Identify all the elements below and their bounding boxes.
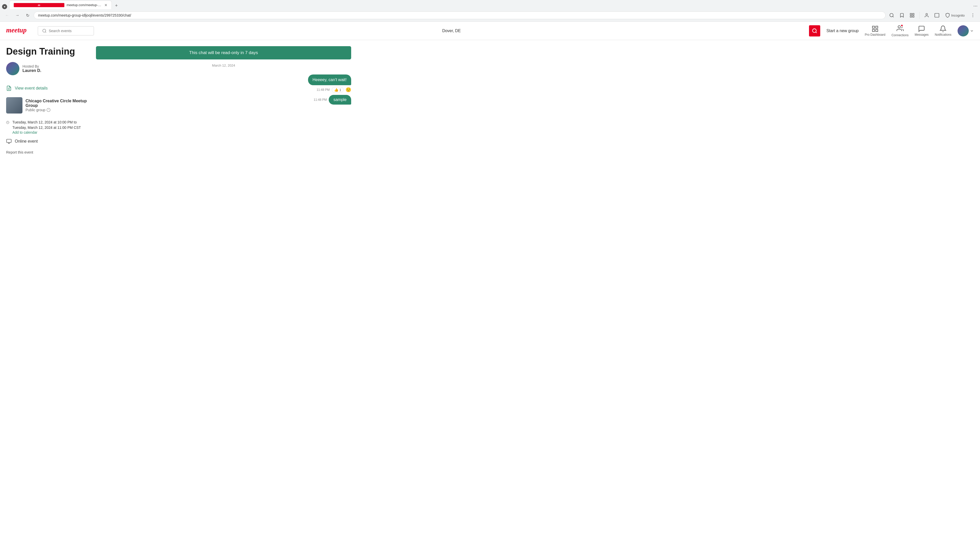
online-event: Online event	[6, 138, 88, 144]
datetime-text: Tuesday, March 12, 2024 at 10:00 PM to T…	[12, 120, 88, 130]
event-title: Design Training	[6, 46, 88, 57]
hosted-by: Hosted By Lauren D.	[6, 62, 88, 75]
message-1: Heeeey, can't wait! 11:48 PM 👍 1 🙂	[96, 75, 351, 93]
svg-rect-2	[910, 14, 912, 15]
svg-point-12	[43, 29, 46, 32]
new-tab-button[interactable]: +	[113, 2, 120, 9]
tab-close-button[interactable]: ✕	[104, 3, 107, 7]
svg-line-13	[45, 32, 46, 32]
svg-text:meetup: meetup	[6, 26, 27, 34]
browser-nav: ← → ↻ meetup.com/meetup-group-idljoojl/e…	[0, 9, 980, 21]
host-avatar	[6, 62, 19, 75]
svg-point-8	[973, 14, 974, 14]
chat-section: This chat will be read-only in 7 days Ma…	[96, 46, 351, 154]
nav-icons: Pro Dashboard Connections Messages	[865, 25, 974, 37]
location-display[interactable]: Dover, DE	[100, 29, 803, 33]
svg-point-20	[898, 25, 900, 28]
profile-sync-icon[interactable]	[923, 11, 931, 19]
svg-point-14	[813, 29, 816, 32]
group-name: Chicago Creative Circle Meetup Group	[25, 99, 88, 108]
document-icon	[6, 86, 12, 91]
extensions-icon[interactable]	[908, 11, 916, 19]
sidebar: Design Training Hosted By Lauren D. ... …	[6, 46, 88, 154]
location-type-label: Online event	[15, 139, 38, 144]
address-bar[interactable]: meetup.com/meetup-group-idljoojl/events/…	[34, 11, 886, 19]
nav-connections[interactable]: Connections	[891, 25, 908, 37]
svg-line-15	[816, 32, 817, 33]
chat-messages: Heeeey, can't wait! 11:48 PM 👍 1 🙂 11:48…	[96, 73, 351, 109]
info-icon	[46, 108, 51, 112]
svg-point-6	[926, 14, 928, 15]
pro-dashboard-label: Pro Dashboard	[865, 33, 885, 37]
active-tab[interactable]: m meetup.com/meetup-group-id... ✕	[9, 0, 112, 9]
message-2-text: sample	[329, 95, 351, 105]
browser-actions: Incognito	[888, 11, 977, 19]
svg-rect-7	[935, 14, 939, 17]
dashboard-icon	[872, 25, 879, 32]
incognito-badge[interactable]: Incognito	[943, 12, 967, 19]
svg-rect-5	[913, 16, 914, 17]
back-button[interactable]: ←	[3, 11, 11, 19]
svg-rect-27	[6, 139, 11, 143]
report-event-link[interactable]: Report this event	[6, 150, 88, 154]
notifications-icon	[939, 25, 947, 32]
avatar-image	[958, 25, 969, 37]
search-input[interactable]	[49, 29, 89, 33]
message-1-reaction[interactable]: 👍 1	[332, 87, 344, 93]
chat-readonly-banner: This chat will be read-only in 7 days	[96, 46, 351, 59]
svg-rect-3	[913, 14, 914, 15]
incognito-label: Incognito	[951, 14, 965, 17]
browser-chrome: ▼ m meetup.com/meetup-group-id... ✕ + ← …	[0, 0, 980, 22]
search-button[interactable]	[809, 25, 820, 37]
svg-rect-4	[910, 16, 912, 17]
avatar[interactable]	[958, 25, 969, 37]
reaction-count: 1	[339, 88, 341, 92]
view-details-label: View event details	[15, 86, 48, 91]
chat-date: March 12, 2024	[96, 64, 351, 67]
hosted-by-label: Hosted By	[22, 64, 41, 68]
message-2-time: 11:48 PM	[313, 98, 327, 102]
connections-notification-dot	[900, 24, 903, 27]
url-text: meetup.com/meetup-group-idljoojl/events/…	[38, 13, 131, 17]
nav-messages[interactable]: Messages	[915, 25, 929, 37]
more-options-icon[interactable]	[969, 11, 977, 19]
meetup-logo[interactable]: meetup	[6, 25, 32, 36]
monitor-icon	[6, 138, 12, 144]
main-content: Design Training Hosted By Lauren D. ... …	[0, 40, 357, 160]
messages-icon	[918, 25, 925, 32]
host-name: Lauren D.	[22, 68, 41, 73]
profile-dropdown[interactable]	[958, 25, 974, 37]
svg-point-0	[890, 14, 893, 17]
tab-title: meetup.com/meetup-group-id...	[67, 3, 102, 7]
meetup-header: meetup Dover, DE Start a new group Pro D…	[0, 22, 980, 40]
add-to-calendar-link[interactable]: Add to calendar	[12, 130, 88, 135]
reload-button[interactable]: ↻	[24, 11, 32, 19]
svg-point-10	[973, 17, 974, 17]
search-icon[interactable]	[888, 11, 896, 19]
add-emoji-button[interactable]: 🙂	[345, 87, 351, 93]
search-bar[interactable]	[38, 26, 94, 35]
message-2: 11:48 PM sample	[96, 95, 351, 105]
forward-button[interactable]: →	[13, 11, 21, 19]
messages-label: Messages	[915, 33, 929, 37]
connections-label: Connections	[891, 33, 908, 37]
bookmark-icon[interactable]	[898, 11, 906, 19]
view-event-details-link[interactable]: View event details	[6, 86, 88, 91]
tab-bar: ▼ m meetup.com/meetup-group-id... ✕ +	[0, 0, 980, 9]
start-group-button[interactable]: Start a new group	[826, 29, 859, 33]
group-type: Public group	[25, 108, 88, 112]
event-options-button[interactable]: ...	[971, 0, 980, 9]
nav-notifications[interactable]: Notifications	[935, 25, 951, 37]
clock-icon	[6, 120, 9, 125]
group-image	[6, 97, 22, 114]
message-1-meta: 11:48 PM 👍 1 🙂	[317, 87, 351, 93]
group-card: Chicago Creative Circle Meetup Group Pub…	[6, 97, 88, 114]
window-resize-icon[interactable]	[933, 11, 941, 19]
message-1-time: 11:48 PM	[317, 88, 329, 92]
svg-rect-18	[872, 29, 874, 32]
dropdown-chevron-icon	[970, 29, 974, 33]
svg-rect-19	[876, 29, 878, 32]
nav-pro-dashboard[interactable]: Pro Dashboard	[865, 25, 885, 37]
svg-line-1	[893, 16, 894, 17]
event-datetime: Tuesday, March 12, 2024 at 10:00 PM to T…	[6, 120, 88, 135]
